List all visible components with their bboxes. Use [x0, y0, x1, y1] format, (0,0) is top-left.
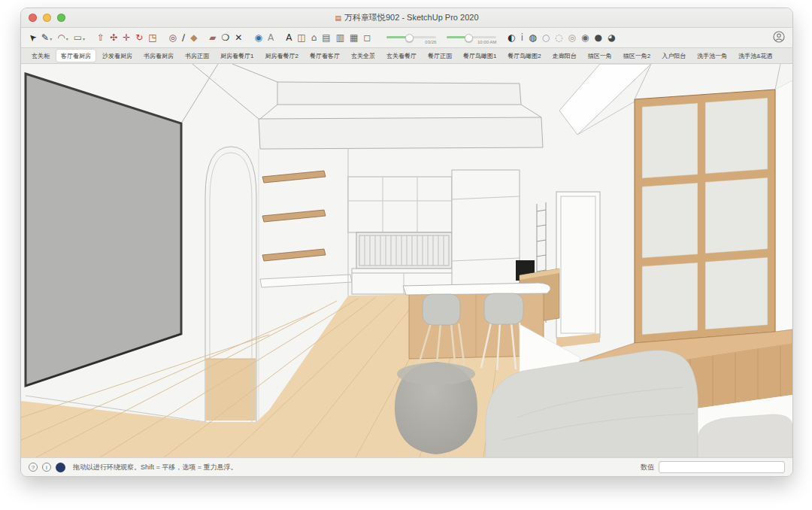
scene-tab-[interactable]: 客厅看厨房 — [56, 50, 95, 62]
tool-eraser[interactable]: ▰ — [209, 32, 216, 44]
scene-tab-[interactable]: 猫区一角2 — [619, 50, 655, 62]
tool-style-textured[interactable]: ◉ — [581, 32, 589, 44]
tool-style-xray[interactable]: ◕ — [607, 32, 615, 44]
title-bar: ▤万科章璟悦902 - SketchUp Pro 2020 — [21, 8, 792, 28]
tool-icon: ➤ — [26, 31, 39, 44]
tool-paint-bucket[interactable]: ◆ — [190, 32, 197, 44]
tool-follow-me[interactable]: ✣ — [110, 32, 117, 44]
tool-icon: ❍ — [222, 32, 230, 44]
tool-iso-view[interactable]: ▦ — [350, 32, 358, 44]
tool-icon: ◎ — [169, 32, 177, 44]
tool-icon: ✛ — [123, 32, 130, 44]
shadow-time-slider[interactable]: 10:00 AM — [447, 31, 496, 44]
tool-3d-warehouse[interactable]: ◍ — [529, 32, 536, 44]
scene-tab-[interactable]: 厨房看餐厅2 — [260, 50, 302, 62]
scene-tab-[interactable]: 洗手池一角 — [692, 50, 732, 62]
scene-tab-bar: 玄关柜客厅看厨房沙发看厨房书房看厨房书房正面厨房看餐厅1厨房看餐厅2餐厅看客厅玄… — [21, 48, 792, 64]
tool-instructor[interactable]: i — [521, 32, 523, 44]
tool-icon: ◳ — [148, 32, 156, 44]
sketchup-window: ▤万科章璟悦902 - SketchUp Pro 2020 ➤ ✎ ◠ ▭ ⇧ … — [20, 8, 793, 477]
tool-move[interactable]: ✛ — [123, 32, 130, 44]
tool-shapes[interactable]: ▭ — [74, 32, 85, 44]
scene-tab-[interactable]: 走廊阳台 — [548, 50, 581, 62]
shadow-date-slider[interactable]: 03/26 — [386, 31, 436, 44]
scene-tab-[interactable]: 入户阳台 — [657, 50, 690, 62]
date-slider-fill — [386, 36, 408, 38]
measurement-input[interactable] — [659, 461, 785, 473]
tool-icon: ✎ — [41, 32, 49, 44]
date-slider-track[interactable] — [386, 36, 436, 38]
tool-icon: A — [286, 32, 292, 44]
scene-tab-[interactable]: 厨房看餐厅1 — [216, 50, 258, 62]
scene-tab-[interactable]: 餐厅正面 — [423, 50, 456, 62]
tool-shadows[interactable]: ◐ — [508, 32, 515, 44]
help-icon[interactable]: ? — [29, 463, 38, 472]
status-bar: ? i 拖动以进行环绕观察。Shift = 平移，选项 = 重力悬浮。 数值 — [21, 457, 792, 476]
tool-icon: ▰ — [209, 32, 216, 44]
scene-tab-[interactable]: 玄关看餐厅 — [382, 50, 421, 62]
scene-tab-[interactable]: 玄关全景 — [347, 50, 380, 62]
tool-icon: ⇧ — [97, 32, 105, 44]
tool-icon: ◕ — [607, 32, 615, 44]
scene-tab-[interactable]: 书房看厨房 — [139, 50, 178, 62]
tool-home-view[interactable]: ⌂ — [311, 32, 317, 44]
scene-tab-[interactable]: 餐厅鸟瞰图1 — [459, 50, 501, 62]
tool-push-pull[interactable]: ⇧ — [97, 32, 105, 44]
tool-arc[interactable]: ◠ — [57, 32, 68, 44]
traffic-light-close-button[interactable] — [29, 14, 37, 22]
tool-icon: ◉ — [254, 32, 262, 44]
tool-zoom[interactable]: ❍ — [222, 32, 230, 44]
tool-rotate[interactable]: ↻ — [135, 32, 143, 44]
measurement-group: 数值 — [641, 461, 785, 473]
tool-icon: ◎ — [568, 32, 576, 44]
tool-orbit[interactable]: ◉ — [254, 32, 262, 44]
orbit-status-icon[interactable] — [56, 463, 65, 472]
scene-tab-[interactable]: 玄关柜 — [27, 50, 54, 62]
tool-icon: ◻ — [363, 32, 371, 44]
tool-section-plane[interactable]: ◫ — [297, 32, 305, 44]
account-avatar-icon[interactable] — [773, 31, 785, 45]
tool-icon: A — [268, 32, 274, 44]
tool-3d-text[interactable]: A — [286, 32, 292, 44]
tool-style-wireframe[interactable]: ○ — [542, 32, 550, 44]
tool-front-view[interactable]: ▥ — [336, 32, 344, 44]
tool-tape-measure[interactable]: ∕ — [182, 32, 185, 44]
tool-icon: ▤ — [322, 32, 330, 44]
slatted-backsplash — [356, 232, 452, 269]
window-title: ▤万科章璟悦902 - SketchUp Pro 2020 — [21, 12, 792, 23]
status-message: 拖动以进行环绕观察。Shift = 平移，选项 = 重力悬浮。 — [73, 463, 238, 472]
pouf-ottoman — [395, 362, 477, 454]
time-slider-track[interactable] — [447, 36, 496, 38]
tool-style-monochrome[interactable]: ● — [595, 32, 602, 44]
tool-offset[interactable]: ◎ — [169, 32, 177, 44]
tool-icon: ◆ — [190, 32, 197, 44]
measurement-label: 数值 — [641, 463, 654, 472]
scene-tab-[interactable]: 沙发看厨房 — [98, 50, 137, 62]
info-icon[interactable]: i — [42, 463, 51, 472]
scene-tab-[interactable]: 餐厅看客厅 — [305, 50, 344, 62]
time-slider-fill — [447, 36, 466, 38]
scene-tab-[interactable]: 猫区一角 — [583, 50, 617, 62]
scene-tab-[interactable]: 洗手池&花洒 — [734, 50, 777, 62]
tool-style-hidden-line[interactable]: ◌ — [555, 32, 562, 44]
tool-icon: ↻ — [135, 32, 143, 44]
tool-icon: ✕ — [235, 32, 242, 44]
tv-panel — [26, 74, 181, 386]
tool-zoom-extents[interactable]: ✕ — [235, 32, 242, 44]
window-title-text: 万科章璟悦902 - SketchUp Pro 2020 — [344, 13, 479, 22]
traffic-light-minimize-button[interactable] — [43, 14, 51, 22]
tool-back-view[interactable]: ◻ — [363, 32, 371, 44]
tool-line[interactable]: ✎ — [41, 32, 52, 44]
time-slider-knob[interactable] — [465, 34, 473, 42]
traffic-light-zoom-button[interactable] — [57, 14, 65, 22]
tool-select[interactable]: ➤ — [29, 32, 36, 44]
3d-viewport[interactable] — [21, 64, 792, 457]
tall-cabinet — [452, 170, 520, 294]
scene-tab-[interactable]: 餐厅鸟瞰图2 — [503, 50, 545, 62]
tool-style-shaded[interactable]: ◎ — [568, 32, 576, 44]
tool-text[interactable]: A — [268, 32, 274, 44]
tool-top-view[interactable]: ▤ — [322, 32, 330, 44]
tool-icon: ○ — [542, 32, 550, 44]
scene-tab-[interactable]: 书房正面 — [180, 50, 214, 62]
tool-scale[interactable]: ◳ — [148, 32, 156, 44]
